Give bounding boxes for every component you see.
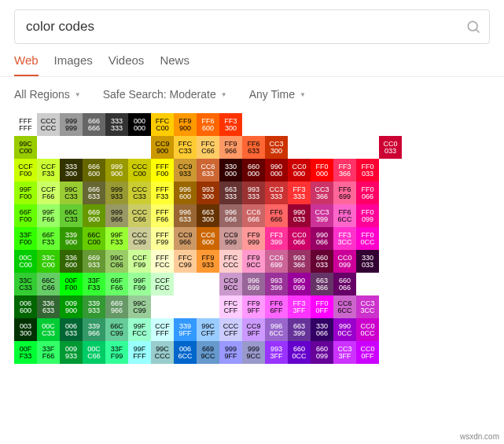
color-swatch[interactable]: 993333 (242, 182, 265, 204)
color-swatch[interactable]: CC0066 (288, 227, 311, 250)
color-swatch[interactable]: 99FFFF (128, 341, 151, 364)
search-input[interactable] (26, 19, 465, 35)
color-swatch[interactable]: 003300 (14, 318, 37, 341)
color-swatch[interactable]: CC9999 (219, 227, 242, 250)
color-swatch[interactable]: FFFF33 (151, 182, 174, 204)
tab-images[interactable]: Images (54, 53, 93, 76)
search-box[interactable] (14, 9, 490, 44)
color-swatch[interactable]: CCFF33 (37, 159, 60, 182)
color-swatch[interactable]: FF6699 (333, 182, 356, 204)
color-swatch[interactable]: CCCCFF (219, 318, 242, 341)
color-swatch[interactable]: 99FF66 (37, 204, 60, 227)
color-swatch[interactable]: 99FFCC (128, 318, 151, 341)
color-swatch[interactable]: 996633 (174, 204, 197, 227)
color-swatch[interactable]: 99CC99 (128, 295, 151, 318)
color-swatch[interactable]: 996600 (174, 182, 197, 204)
color-swatch[interactable]: 66CC00 (83, 227, 105, 250)
color-swatch[interactable]: FF3300 (219, 113, 242, 136)
color-swatch[interactable]: 663399 (288, 318, 311, 341)
color-swatch[interactable]: 999966 (105, 204, 128, 227)
color-swatch[interactable]: 660033 (311, 250, 333, 273)
color-swatch[interactable]: 999900 (105, 159, 128, 182)
color-swatch[interactable]: 33CC33 (14, 273, 37, 295)
color-swatch[interactable]: 33CC00 (37, 250, 60, 273)
color-swatch[interactable]: CCCC99 (128, 227, 151, 250)
color-swatch[interactable]: 669966 (105, 295, 128, 318)
color-swatch[interactable]: CC6666 (242, 204, 265, 227)
color-swatch[interactable]: 99FF33 (105, 227, 128, 250)
color-swatch[interactable]: CC3333 (265, 182, 288, 204)
color-swatch[interactable]: FF33CC (333, 227, 356, 250)
color-swatch[interactable]: 993366 (288, 250, 311, 273)
color-swatch[interactable]: 9999FF (219, 341, 242, 364)
color-swatch[interactable]: 009933 (60, 341, 83, 364)
color-swatch[interactable]: CCCCCC (37, 113, 60, 136)
tab-web[interactable]: Web (14, 53, 39, 76)
color-swatch[interactable]: 00CC00 (14, 250, 37, 273)
color-swatch[interactable]: 666666 (83, 113, 105, 136)
filter-time[interactable]: Any Time▼ (249, 88, 306, 101)
color-swatch[interactable]: CC33CC (356, 295, 379, 318)
color-swatch[interactable]: 00CC33 (37, 318, 60, 341)
color-swatch[interactable]: FFFF99 (151, 227, 174, 250)
color-swatch[interactable]: 99CC33 (60, 182, 83, 204)
color-swatch[interactable]: 9966CC (265, 318, 288, 341)
color-swatch[interactable]: 990033 (288, 204, 311, 227)
color-swatch[interactable]: 333333 (105, 113, 128, 136)
color-swatch[interactable]: CC99CC (219, 273, 242, 295)
color-swatch[interactable]: 3399FF (174, 318, 197, 341)
color-swatch[interactable]: CCFFCC (151, 273, 174, 295)
color-swatch[interactable]: CC6633 (197, 159, 219, 182)
color-swatch[interactable]: FF9933 (197, 250, 219, 273)
color-swatch[interactable]: 993300 (197, 182, 219, 204)
color-swatch[interactable]: CC6600 (197, 227, 219, 250)
color-swatch[interactable]: 996666 (219, 204, 242, 227)
filter-safe[interactable]: Safe Search: Moderate▼ (103, 88, 227, 101)
color-swatch[interactable]: 66CC66 (37, 273, 60, 295)
color-swatch[interactable]: FF0099 (356, 204, 379, 227)
tab-news[interactable]: News (160, 53, 189, 76)
color-swatch[interactable]: 666633 (83, 182, 105, 204)
color-swatch[interactable]: 339900 (60, 227, 83, 250)
color-swatch[interactable]: CC0099 (333, 250, 356, 273)
color-swatch[interactable]: 99CC66 (105, 250, 128, 273)
color-swatch[interactable]: FF9900 (174, 113, 197, 136)
color-swatch[interactable]: FF3366 (333, 159, 356, 182)
color-swatch[interactable]: FF33FF (288, 295, 311, 318)
color-swatch[interactable]: FF6633 (242, 136, 265, 159)
color-swatch[interactable]: 99CCCC (151, 341, 174, 364)
color-swatch[interactable]: 9900CC (333, 318, 356, 341)
color-swatch[interactable]: CC00FF (356, 341, 379, 364)
color-swatch[interactable]: 66CC99 (105, 318, 128, 341)
color-swatch[interactable]: 006633 (60, 318, 83, 341)
color-swatch[interactable]: FF00FF (311, 295, 333, 318)
color-swatch[interactable]: CC9900 (151, 136, 174, 159)
color-swatch[interactable]: 669933 (83, 250, 105, 273)
color-swatch[interactable]: FF66FF (265, 295, 288, 318)
color-swatch[interactable]: 99CCFF (197, 318, 219, 341)
color-swatch[interactable]: FF3399 (265, 227, 288, 250)
color-swatch[interactable]: FF00CC (356, 227, 379, 250)
color-swatch[interactable]: CCFFFF (151, 318, 174, 341)
color-swatch[interactable]: 009900 (60, 295, 83, 318)
color-swatch[interactable]: 00CC66 (83, 341, 105, 364)
color-swatch[interactable]: 990099 (288, 273, 311, 295)
color-swatch[interactable]: 33FF66 (37, 341, 60, 364)
color-swatch[interactable]: 6600CC (288, 341, 311, 364)
color-swatch[interactable]: FF6600 (197, 113, 219, 136)
color-swatch[interactable]: 6699CC (197, 341, 219, 364)
color-swatch[interactable]: FFCCFF (219, 295, 242, 318)
search-icon[interactable] (465, 19, 481, 35)
color-swatch[interactable]: FF66CC (333, 204, 356, 227)
color-swatch[interactable]: CC0000 (288, 159, 311, 182)
color-swatch[interactable]: 999933 (105, 182, 128, 204)
color-swatch[interactable]: 00FF33 (14, 341, 37, 364)
color-swatch[interactable]: 66FF00 (14, 204, 37, 227)
color-swatch[interactable]: CC99FF (242, 318, 265, 341)
color-swatch[interactable]: 99CC00 (14, 136, 37, 159)
color-swatch[interactable]: 339966 (83, 318, 105, 341)
color-swatch[interactable]: CC0033 (379, 136, 402, 159)
color-swatch[interactable]: 336633 (37, 295, 60, 318)
color-swatch[interactable]: 330066 (311, 318, 333, 341)
color-swatch[interactable]: CCFF00 (14, 159, 37, 182)
